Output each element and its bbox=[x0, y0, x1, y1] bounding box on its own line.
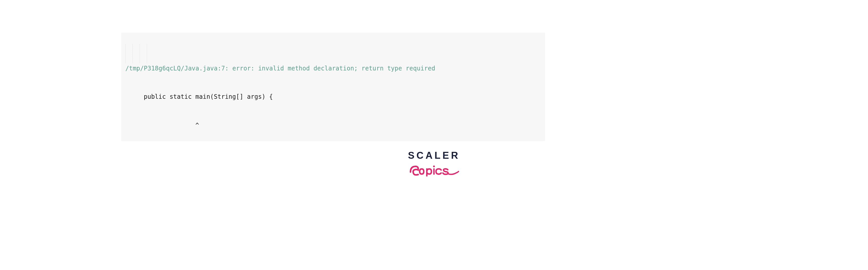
compiler-error-output: /tmp/P318g6qcLQ/Java.java:7: error: inva… bbox=[121, 33, 545, 141]
error-message-line: /tmp/P318g6qcLQ/Java.java:7: error: inva… bbox=[125, 64, 541, 73]
indent-guides bbox=[125, 44, 147, 63]
logo-secondary-text bbox=[408, 159, 460, 181]
svg-point-0 bbox=[433, 166, 435, 167]
scaler-topics-logo: SCALER bbox=[408, 150, 460, 181]
logo-primary-text: SCALER bbox=[408, 150, 460, 160]
error-code-line: public static main(String[] args) { bbox=[125, 92, 541, 102]
error-caret-line: ^ bbox=[125, 121, 541, 130]
